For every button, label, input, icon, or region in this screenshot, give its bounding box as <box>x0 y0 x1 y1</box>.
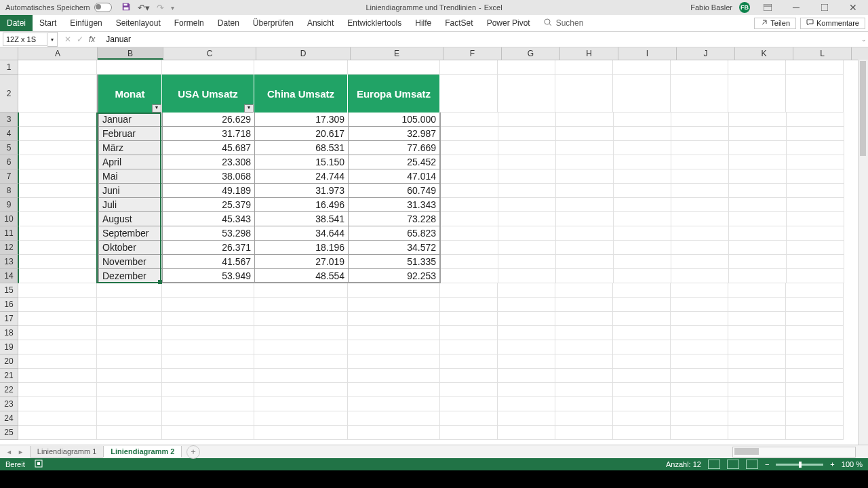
row-header-21[interactable]: 21 <box>0 369 18 383</box>
row-header-6[interactable]: 6 <box>0 155 19 169</box>
cell-J12[interactable] <box>671 241 729 255</box>
cell-A6[interactable] <box>19 155 98 169</box>
cell-eu[interactable]: 65.823 <box>349 226 441 241</box>
cell-china[interactable]: 27.019 <box>255 255 349 269</box>
select-all-corner[interactable] <box>0 47 18 60</box>
cell-china[interactable]: 38.541 <box>255 212 349 226</box>
cell-K10[interactable] <box>729 212 787 226</box>
cell-china[interactable]: 20.617 <box>255 127 349 141</box>
vertical-scrollbar-thumb[interactable] <box>860 61 866 156</box>
cell-G21[interactable] <box>498 369 555 383</box>
cell-F11[interactable] <box>441 226 498 241</box>
cell-H24[interactable] <box>555 411 613 426</box>
column-header-B[interactable]: B <box>98 47 163 60</box>
cell-A17[interactable] <box>18 312 97 326</box>
cell-eu[interactable]: 77.669 <box>349 141 441 155</box>
cell-G10[interactable] <box>498 212 556 226</box>
row-header-14[interactable]: 14 <box>0 269 19 283</box>
cell-D1[interactable] <box>254 60 348 75</box>
vertical-scrollbar[interactable] <box>858 60 868 445</box>
cell-G4[interactable] <box>498 127 556 141</box>
cell-C15[interactable] <box>162 283 254 298</box>
tab-hilfe[interactable]: Hilfe <box>408 15 438 31</box>
cell-H17[interactable] <box>555 312 613 326</box>
cell-H11[interactable] <box>556 226 614 241</box>
cell-B15[interactable] <box>97 283 162 298</box>
cell-E18[interactable] <box>348 326 440 340</box>
cell-A16[interactable] <box>18 298 97 312</box>
cell-eu[interactable]: 60.749 <box>349 184 441 198</box>
row-header-13[interactable]: 13 <box>0 255 19 269</box>
cell-B24[interactable] <box>97 411 162 426</box>
cell-L4[interactable] <box>787 127 844 141</box>
tab-daten[interactable]: Daten <box>211 15 246 31</box>
cell-G25[interactable] <box>498 426 555 440</box>
cell-F17[interactable] <box>440 312 498 326</box>
cell-L5[interactable] <box>787 141 844 155</box>
cell-J16[interactable] <box>671 298 728 312</box>
cell-usa[interactable]: 26.629 <box>163 113 255 127</box>
cell-L8[interactable] <box>787 184 844 198</box>
cell-A15[interactable] <box>18 283 97 298</box>
save-icon[interactable] <box>121 2 131 13</box>
cell-L13[interactable] <box>787 255 844 269</box>
cell-K14[interactable] <box>729 269 787 283</box>
cell-L12[interactable] <box>787 241 844 255</box>
row-header-7[interactable]: 7 <box>0 169 19 184</box>
cancel-formula-icon[interactable]: ✕ <box>64 35 71 44</box>
cell-L15[interactable] <box>786 283 844 298</box>
cell-A4[interactable] <box>19 127 98 141</box>
zoom-in-icon[interactable]: + <box>830 460 834 468</box>
cell-I13[interactable] <box>614 255 671 269</box>
cell-F23[interactable] <box>440 397 498 411</box>
cell-I1[interactable] <box>613 60 671 75</box>
cell-G18[interactable] <box>498 326 555 340</box>
cell-A7[interactable] <box>19 169 98 184</box>
row-header-24[interactable]: 24 <box>0 411 18 426</box>
cell-A9[interactable] <box>19 198 98 212</box>
cell-usa[interactable]: 31.718 <box>163 127 255 141</box>
cell-K12[interactable] <box>729 241 787 255</box>
cell-G16[interactable] <box>498 298 555 312</box>
row-header-3[interactable]: 3 <box>0 113 19 127</box>
cell-C20[interactable] <box>162 354 254 369</box>
cell-F4[interactable] <box>441 127 498 141</box>
cell-J22[interactable] <box>671 383 728 397</box>
cell-H25[interactable] <box>555 426 613 440</box>
cell-H3[interactable] <box>556 113 614 127</box>
cell-F9[interactable] <box>441 198 498 212</box>
cell-L7[interactable] <box>787 169 844 184</box>
view-page-break-icon[interactable] <box>746 460 758 469</box>
cell-J10[interactable] <box>671 212 729 226</box>
horizontal-scrollbar[interactable] <box>732 447 856 458</box>
cell-G20[interactable] <box>498 354 555 369</box>
cell-F5[interactable] <box>441 141 498 155</box>
cell-month[interactable]: April <box>98 155 163 169</box>
cell-K4[interactable] <box>729 127 787 141</box>
cell-E25[interactable] <box>348 426 440 440</box>
name-box-dropdown[interactable]: ▾ <box>47 32 58 47</box>
column-header-E[interactable]: E <box>351 47 443 60</box>
cell-C16[interactable] <box>162 298 254 312</box>
cell-G22[interactable] <box>498 383 555 397</box>
cell-E19[interactable] <box>348 340 440 354</box>
cell-K24[interactable] <box>728 411 786 426</box>
cell-E16[interactable] <box>348 298 440 312</box>
cell-G6[interactable] <box>498 155 556 169</box>
cell-month[interactable]: November <box>98 255 163 269</box>
cell-E1[interactable] <box>348 60 440 75</box>
cell-month[interactable]: Juli <box>98 198 163 212</box>
row-header-17[interactable]: 17 <box>0 312 18 326</box>
sheet-nav-first-icon[interactable]: ◄ <box>4 449 14 455</box>
cell-china[interactable]: 31.973 <box>255 184 349 198</box>
cell-B17[interactable] <box>97 312 162 326</box>
cell-month[interactable]: August <box>98 212 163 226</box>
cell-I9[interactable] <box>614 198 671 212</box>
cell-K8[interactable] <box>729 184 787 198</box>
cell-china[interactable]: 16.496 <box>255 198 349 212</box>
cell-china[interactable]: 18.196 <box>255 241 349 255</box>
row-header-8[interactable]: 8 <box>0 184 19 198</box>
cell-A25[interactable] <box>18 426 97 440</box>
cell-E23[interactable] <box>348 397 440 411</box>
row-header-12[interactable]: 12 <box>0 241 19 255</box>
